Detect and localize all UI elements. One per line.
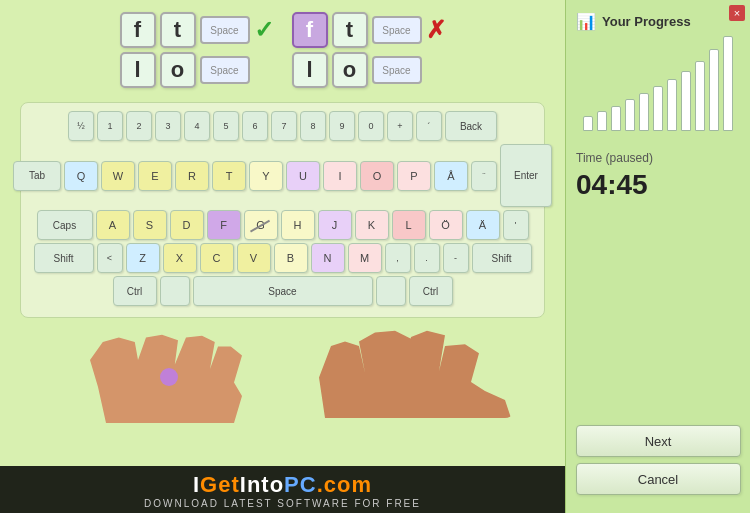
key-angle[interactable]: < xyxy=(97,243,123,273)
next-button[interactable]: Next xyxy=(576,425,741,457)
key-l[interactable]: L xyxy=(392,210,426,240)
watermark-brand: IGetIntoPC.com xyxy=(0,472,565,498)
letter-f1: f xyxy=(120,12,156,48)
key-2[interactable]: 2 xyxy=(126,111,152,141)
key-dash[interactable]: - xyxy=(443,243,469,273)
word-display: f t Space ✓ l o Space xyxy=(120,12,446,88)
key-s[interactable]: S xyxy=(133,210,167,240)
key-shift-right[interactable]: Shift xyxy=(472,243,532,273)
key-r[interactable]: R xyxy=(175,161,209,191)
progress-bar-4 xyxy=(639,93,649,131)
kb-row-numbers: ½ 1 2 3 4 5 6 7 8 9 0 + ´ Back xyxy=(27,111,538,141)
watermark-tagline: Download Latest Software for Free xyxy=(0,498,565,509)
key-umlaut[interactable]: ¨ xyxy=(471,161,497,191)
time-value: 04:45 xyxy=(576,169,740,201)
key-y[interactable]: Y xyxy=(249,161,283,191)
key-backspace[interactable]: Back xyxy=(445,111,497,141)
cancel-button[interactable]: Cancel xyxy=(576,463,741,495)
key-alt-left[interactable] xyxy=(160,276,190,306)
check-icon: ✓ xyxy=(254,16,274,44)
close-button[interactable]: × xyxy=(729,5,745,21)
key-8[interactable]: 8 xyxy=(300,111,326,141)
word-row-1: f t Space ✓ xyxy=(120,12,274,48)
key-6[interactable]: 6 xyxy=(242,111,268,141)
key-caps[interactable]: Caps xyxy=(37,210,93,240)
keyboard: ½ 1 2 3 4 5 6 7 8 9 0 + ´ Back Tab Q W E… xyxy=(20,102,545,318)
key-4[interactable]: 4 xyxy=(184,111,210,141)
letter-f2: f xyxy=(292,12,328,48)
key-ctrl-right[interactable]: Ctrl xyxy=(409,276,453,306)
watermark-pc: PC xyxy=(284,472,317,497)
key-1[interactable]: 1 xyxy=(97,111,123,141)
kb-row-asdf: Caps A S D F G H J K L Ö Ä ' xyxy=(27,210,538,240)
progress-title: Your Progress xyxy=(602,14,691,29)
space-box-3: Space xyxy=(372,16,422,44)
progress-bar-9 xyxy=(709,49,719,131)
progress-bar-0 xyxy=(583,116,593,131)
key-alt-right[interactable] xyxy=(376,276,406,306)
key-shift-left[interactable]: Shift xyxy=(34,243,94,273)
key-space[interactable]: Space xyxy=(193,276,373,306)
key-i[interactable]: I xyxy=(323,161,357,191)
letter-o1: o xyxy=(160,52,196,88)
key-n[interactable]: N xyxy=(311,243,345,273)
key-k[interactable]: K xyxy=(355,210,389,240)
key-5[interactable]: 5 xyxy=(213,111,239,141)
key-half[interactable]: ½ xyxy=(68,111,94,141)
space-box-2: Space xyxy=(200,56,250,84)
key-v[interactable]: V xyxy=(237,243,271,273)
key-x[interactable]: X xyxy=(163,243,197,273)
progress-header: 📊 Your Progress xyxy=(576,12,740,31)
key-t[interactable]: T xyxy=(212,161,246,191)
key-ctrl-left[interactable]: Ctrl xyxy=(113,276,157,306)
key-acute[interactable]: ´ xyxy=(416,111,442,141)
key-f[interactable]: F xyxy=(207,210,241,240)
key-7[interactable]: 7 xyxy=(271,111,297,141)
progress-bar-5 xyxy=(653,86,663,131)
key-quote[interactable]: ' xyxy=(503,210,529,240)
key-w[interactable]: W xyxy=(101,161,135,191)
word-row-3: f t Space ✗ xyxy=(292,12,446,48)
key-9[interactable]: 9 xyxy=(329,111,355,141)
key-plus[interactable]: + xyxy=(387,111,413,141)
key-enter[interactable]: Enter xyxy=(500,144,552,207)
key-h[interactable]: H xyxy=(281,210,315,240)
progress-bar-3 xyxy=(625,99,635,131)
key-j[interactable]: J xyxy=(318,210,352,240)
key-m[interactable]: M xyxy=(348,243,382,273)
key-3[interactable]: 3 xyxy=(155,111,181,141)
key-z[interactable]: Z xyxy=(126,243,160,273)
key-c[interactable]: C xyxy=(200,243,234,273)
word-group-correct: f t Space ✓ l o Space xyxy=(120,12,274,88)
key-p[interactable]: P xyxy=(397,161,431,191)
key-o[interactable]: O xyxy=(360,161,394,191)
key-a[interactable]: A xyxy=(96,210,130,240)
kb-row-zxcv: Shift < Z X C V B N M , . - Shift xyxy=(27,243,538,273)
key-dot[interactable]: . xyxy=(414,243,440,273)
word-row-4: l o Space xyxy=(292,52,446,88)
key-0[interactable]: 0 xyxy=(358,111,384,141)
key-tab[interactable]: Tab xyxy=(13,161,61,191)
finger-tip xyxy=(160,368,178,386)
letter-o2: o xyxy=(332,52,368,88)
space-box-4: Space xyxy=(372,56,422,84)
key-oe[interactable]: Ö xyxy=(429,210,463,240)
kb-row-qwerty: Tab Q W E R T Y U I O P Å ¨ Enter xyxy=(27,144,538,207)
key-comma[interactable]: , xyxy=(385,243,411,273)
progress-bar-6 xyxy=(667,79,677,131)
key-u[interactable]: U xyxy=(286,161,320,191)
chart-icon: 📊 xyxy=(576,12,596,31)
letter-t2: t xyxy=(332,12,368,48)
key-aa[interactable]: Å xyxy=(434,161,468,191)
right-hand xyxy=(315,328,515,418)
key-g[interactable]: G xyxy=(244,210,278,240)
progress-bar-8 xyxy=(695,61,705,131)
key-ae[interactable]: Ä xyxy=(466,210,500,240)
time-section: Time (paused) 04:45 xyxy=(576,151,740,201)
key-q[interactable]: Q xyxy=(64,161,98,191)
key-e[interactable]: E xyxy=(138,161,172,191)
watermark: IGetIntoPC.com Download Latest Software … xyxy=(0,466,565,513)
key-b[interactable]: B xyxy=(274,243,308,273)
key-d[interactable]: D xyxy=(170,210,204,240)
watermark-get: Get xyxy=(200,472,240,497)
